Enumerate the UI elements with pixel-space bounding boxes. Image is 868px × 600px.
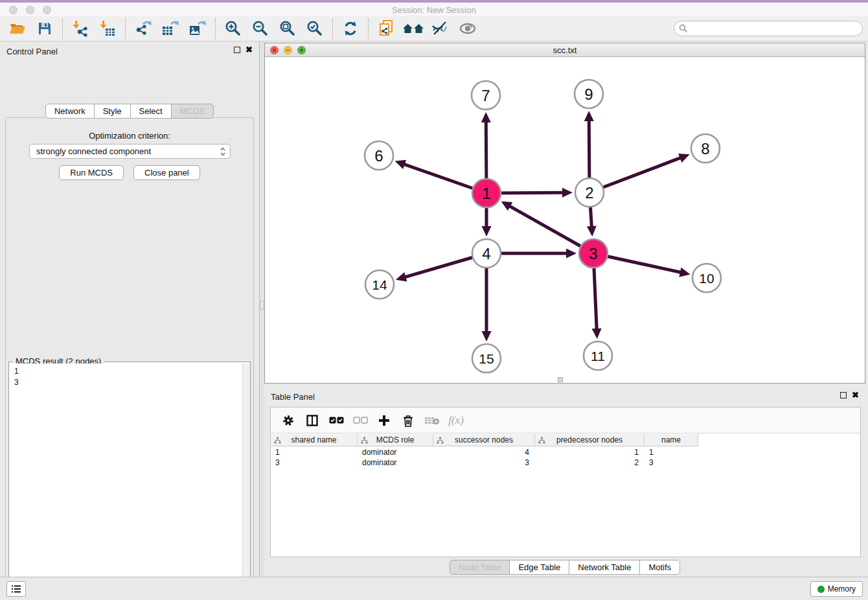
search-field-wrap	[674, 21, 863, 36]
delete-table-icon[interactable]	[422, 412, 442, 429]
clone-network-icon	[378, 19, 394, 38]
column-settings-icon	[282, 415, 294, 426]
double-home-icon	[402, 21, 424, 36]
graph-node-label-14: 14	[372, 277, 387, 292]
cell-name[interactable]: 3	[645, 457, 698, 468]
show-details-icon	[458, 21, 477, 36]
export-table-icon[interactable]	[159, 19, 181, 38]
deselect-all-columns-icon[interactable]	[350, 412, 370, 429]
cell-successor-nodes[interactable]: 4	[433, 447, 535, 457]
delete-column-icon[interactable]	[398, 412, 418, 429]
zoom-selected-icon	[306, 20, 323, 37]
open-file-icon[interactable]	[6, 19, 29, 38]
tab-network-table[interactable]: Network Table	[569, 560, 640, 575]
table-row[interactable]: 3 dominator 3 2 3	[271, 457, 698, 468]
control-panel-title: Control Panel	[6, 47, 58, 56]
double-home-icon[interactable]	[402, 19, 424, 38]
float-panel-icon[interactable]	[234, 47, 240, 53]
export-image-icon[interactable]	[187, 19, 209, 38]
table-panel: Table Panel ✖	[264, 387, 865, 575]
cell-predecessor-nodes[interactable]: 2	[535, 457, 645, 468]
open-file-icon	[9, 21, 26, 36]
graph-edge-arrowhead	[587, 226, 597, 237]
tab-style[interactable]: Style	[94, 104, 131, 119]
column-header-mcds-role[interactable]: MCDS role	[358, 434, 433, 446]
toolbar-separator	[215, 18, 216, 39]
import-table-icon[interactable]	[97, 19, 119, 38]
task-history-button[interactable]	[6, 581, 26, 597]
cell-predecessor-nodes[interactable]: 1	[535, 447, 645, 457]
tab-select[interactable]: Select	[130, 104, 172, 119]
select-all-columns-icon	[329, 417, 344, 424]
tab-node-table[interactable]: Node Table	[450, 560, 510, 575]
hide-details-icon[interactable]	[429, 19, 451, 38]
import-network-icon[interactable]	[69, 19, 91, 38]
zoom-in-icon[interactable]	[222, 19, 244, 38]
export-network-icon[interactable]	[132, 19, 154, 38]
cell-shared-name[interactable]: 3	[271, 457, 358, 468]
column-label: shared name	[291, 435, 336, 444]
network-window-titlebar[interactable]: scc.txt	[265, 43, 865, 57]
close-table-panel-icon[interactable]: ✖	[852, 392, 859, 398]
graph-node-label-3: 3	[589, 245, 597, 262]
search-input[interactable]	[674, 21, 863, 36]
run-mcds-button[interactable]: Run MCDS	[59, 165, 124, 180]
delete-column-icon	[402, 414, 414, 427]
split-pane-grip[interactable]	[558, 377, 563, 382]
graph-node-label-15: 15	[479, 351, 494, 366]
optimization-criterion-select[interactable]: strongly connected component	[29, 144, 231, 159]
hide-details-icon	[431, 20, 450, 37]
graph-edge-arrowhead	[592, 329, 602, 339]
save-session-icon[interactable]	[34, 19, 56, 38]
clone-network-icon[interactable]	[375, 19, 397, 38]
zoom-selected-icon[interactable]	[304, 19, 326, 38]
optimization-criterion-label: Optimization criterion:	[6, 131, 253, 141]
result-scrollbar[interactable]	[242, 363, 250, 600]
cell-successor-nodes[interactable]: 3	[433, 457, 535, 468]
add-column-icon[interactable]	[374, 412, 394, 429]
session-title: Session: New Session	[0, 5, 868, 15]
cell-mcds-role[interactable]: dominator	[358, 457, 433, 468]
split-panel-icon	[306, 415, 318, 426]
hierarchy-icon	[274, 437, 281, 444]
tab-mcds[interactable]: MCDS	[171, 104, 214, 119]
select-stepper-icon	[220, 146, 226, 157]
column-header-successor-nodes[interactable]: successor nodes	[433, 434, 535, 446]
tab-edge-table[interactable]: Edge Table	[509, 560, 569, 575]
memory-button[interactable]: Memory	[810, 581, 863, 597]
zoom-fit-icon	[279, 20, 296, 37]
show-details-icon[interactable]	[457, 19, 479, 38]
select-all-columns-icon[interactable]	[326, 412, 346, 429]
zoom-fit-icon[interactable]	[277, 19, 299, 38]
close-panel-icon[interactable]: ✖	[246, 47, 253, 53]
column-settings-icon[interactable]	[279, 412, 298, 429]
column-header-predecessor-nodes[interactable]: predecessor nodes	[535, 434, 645, 446]
table-row[interactable]: 1 dominator 4 1 1	[271, 447, 698, 457]
panel-divider[interactable]	[259, 41, 264, 577]
zoom-out-icon[interactable]	[249, 19, 271, 38]
mcds-result-text[interactable]: 1 3	[9, 363, 242, 600]
cell-mcds-role[interactable]: dominator	[358, 447, 433, 457]
graph-node-label-6: 6	[374, 147, 383, 165]
network-canvas[interactable]: 1234678910111415	[265, 57, 865, 383]
graph-node-label-10: 10	[699, 271, 714, 286]
tab-network[interactable]: Network	[45, 104, 95, 119]
column-header-shared-name[interactable]: shared name	[271, 434, 358, 446]
tab-motifs[interactable]: Motifs	[639, 560, 680, 575]
column-header-name[interactable]: name	[645, 434, 698, 446]
table-toolbar: f(x)	[271, 408, 860, 433]
graph-edge-arrowhead	[584, 111, 594, 121]
cell-name[interactable]: 1	[645, 447, 698, 457]
cell-shared-name[interactable]: 1	[271, 447, 358, 457]
deselect-all-columns-icon	[353, 417, 368, 424]
apply-layout-icon[interactable]	[339, 19, 361, 38]
float-table-panel-icon[interactable]	[840, 392, 847, 398]
graph-edge-arrowhead	[395, 160, 407, 169]
graph-edge-arrowhead	[566, 249, 577, 259]
function-builder-icon[interactable]: f(x)	[446, 412, 466, 429]
hierarchy-icon	[538, 437, 545, 444]
split-panel-icon[interactable]	[303, 412, 322, 429]
close-panel-button[interactable]: Close panel	[133, 165, 200, 180]
column-label: successor nodes	[455, 435, 513, 444]
divider-grip[interactable]	[260, 301, 264, 310]
